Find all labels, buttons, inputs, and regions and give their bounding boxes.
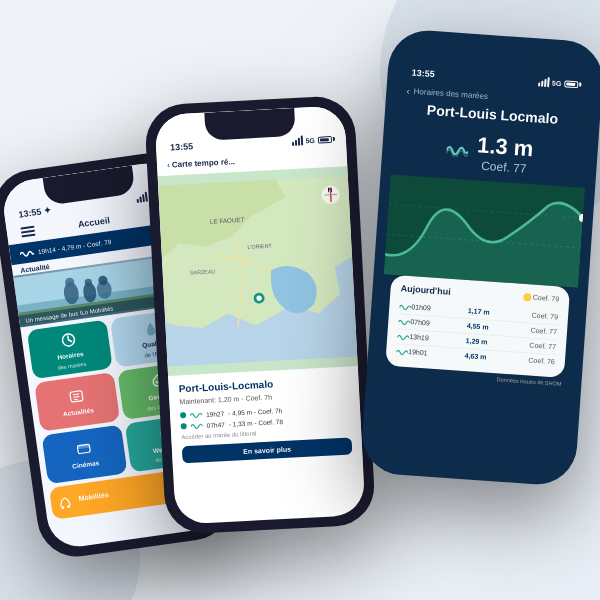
row2-value: - 1,33 m - Coef. 78 xyxy=(229,417,283,427)
info-dot-2 xyxy=(181,423,187,429)
battery-icon-mid xyxy=(318,136,332,144)
back-arrow-right[interactable]: ‹ xyxy=(406,85,410,96)
app-scene: 13:55 ✦ Accueil xyxy=(0,0,600,600)
sched-coef-1: Coef. 77 xyxy=(517,326,557,336)
tile-mobilites-label: Mobilités xyxy=(78,491,109,504)
status-time-left: 13:55 ✦ xyxy=(18,205,53,220)
tide-chart-svg xyxy=(384,174,586,287)
cinemas-icon xyxy=(73,439,93,459)
info-now-value: 1,20 m - Coef. 7h xyxy=(218,393,272,403)
sched-height-0: 1,17 m xyxy=(439,305,518,317)
tide-chart xyxy=(384,174,586,287)
status-icons-right: 5G xyxy=(538,76,579,89)
nav-map-title: Carte tempo ré... xyxy=(172,157,236,169)
tide-wave-icon-right xyxy=(446,140,469,157)
tile-actualites-label: Actualités xyxy=(62,407,94,419)
phone-mid-screen: 13:55 5G ‹ Carte tempo ré... xyxy=(154,105,365,524)
svg-line-13 xyxy=(74,400,78,401)
tide-main-value: 1.3 m xyxy=(476,132,534,162)
wave-small-2 xyxy=(397,332,410,341)
wave-icon-row1 xyxy=(190,410,202,419)
svg-point-21 xyxy=(67,504,70,507)
phone-mid-notch xyxy=(204,108,295,141)
sched-height-3: 4,63 m xyxy=(436,350,515,362)
nav-tides-title: Horaires des marées xyxy=(413,87,488,101)
schedule-coef-badge: Coef. 79 xyxy=(523,293,560,304)
hamburger-icon[interactable] xyxy=(20,226,35,238)
svg-line-11 xyxy=(73,394,79,395)
tile-actualites[interactable]: Actualités xyxy=(34,372,120,431)
sched-coef-2: Coef. 77 xyxy=(516,341,556,351)
signal-icon-mid xyxy=(291,136,303,147)
wave-icon-row2 xyxy=(190,421,202,430)
5g-label-mid: 5G xyxy=(305,136,315,143)
coef-badge-text: Coef. 79 xyxy=(533,293,560,302)
row1-time: 19h27 xyxy=(206,410,224,418)
sched-coef-3: Coef. 76 xyxy=(515,356,555,366)
svg-line-12 xyxy=(73,397,79,398)
info-now-text: Maintenant: xyxy=(179,396,216,405)
row2-time: 07h47 xyxy=(206,420,224,428)
info-dot-1 xyxy=(180,412,186,418)
wave-small-0 xyxy=(399,302,412,311)
wave-small-1 xyxy=(398,317,411,326)
status-icons-mid: 5G xyxy=(291,134,332,146)
row1-value: - 4,95 m - Coef. 7h xyxy=(228,406,282,416)
map-view: LE FAOUET L'ORIENT SARZEAU N xyxy=(158,166,358,376)
status-time-right: 13:55 xyxy=(411,68,435,80)
coef-circle xyxy=(523,293,532,302)
status-time-mid: 13:55 xyxy=(170,141,194,152)
tile-horaires-label: Horaires xyxy=(57,350,84,361)
tide-header: Port-Louis Locmalo 1.3 m Coef. 77 xyxy=(391,100,591,188)
sched-time-3: 19h01 xyxy=(408,348,436,357)
sched-height-2: 1,29 m xyxy=(437,335,516,347)
more-btn[interactable]: En savoir plus xyxy=(182,437,353,463)
sched-time-0: 01h09 xyxy=(411,303,439,312)
sched-time-2: 13h19 xyxy=(409,333,437,342)
schedule-card: Aujourd'hui Coef. 79 01h09 1,17 m Coef. … xyxy=(385,274,570,377)
5g-label-right: 5G xyxy=(552,79,562,87)
phone-mid: 13:55 5G ‹ Carte tempo ré... xyxy=(144,95,376,535)
schedule-title: Aujourd'hui xyxy=(400,283,451,296)
signal-icon xyxy=(136,192,148,203)
tile-cinemas[interactable]: Cinémas xyxy=(41,424,127,483)
map-svg: LE FAOUET L'ORIENT SARZEAU N xyxy=(158,166,358,376)
signal-icon-right xyxy=(538,76,550,87)
nav-title-left: Accueil xyxy=(77,215,110,229)
tile-horaires-sub: des marées xyxy=(57,361,86,371)
tide-wave-icon-small xyxy=(19,247,34,259)
phone-right: 13:55 5G ‹ Horaires des marées Port-Loui… xyxy=(360,28,600,487)
tile-cinemas-label: Cinémas xyxy=(72,459,100,470)
phone-right-screen: 13:55 5G ‹ Horaires des marées Port-Loui… xyxy=(370,39,594,477)
svg-point-20 xyxy=(61,505,64,508)
wave-small-3 xyxy=(396,347,409,356)
mobilites-icon xyxy=(56,493,74,511)
actualites-icon xyxy=(66,387,86,407)
tide-coef-main: Coef. 77 xyxy=(475,158,532,176)
sched-time-1: 07h09 xyxy=(410,318,438,327)
horaires-icon xyxy=(58,330,78,350)
battery-icon-right xyxy=(564,80,578,88)
info-card-mid: Port-Louis-Locmalo Maintenant: 1,20 m - … xyxy=(168,366,363,472)
tile-horaires[interactable]: Horaires des marées xyxy=(27,320,113,379)
sched-coef-0: Coef. 79 xyxy=(518,311,558,321)
sched-height-1: 4,55 m xyxy=(438,320,517,332)
